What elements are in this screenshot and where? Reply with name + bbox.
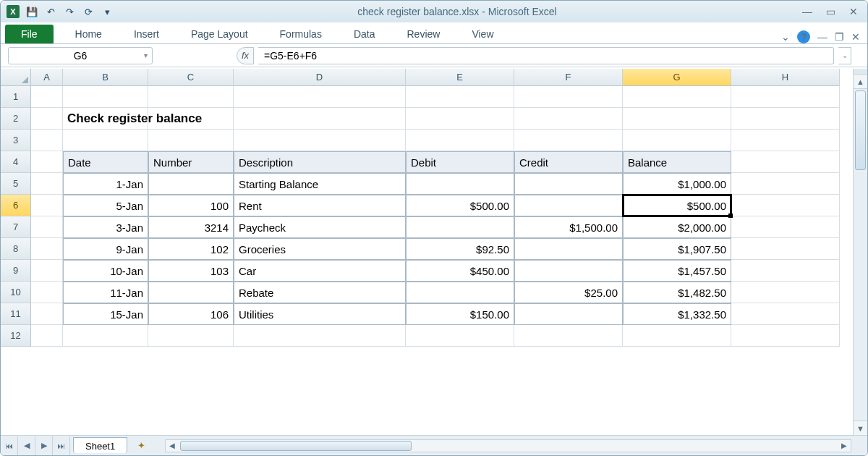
qat-customize-icon[interactable]: ▾ (99, 4, 115, 20)
cell-credit[interactable] (514, 195, 623, 216)
col-header-c[interactable]: C (148, 69, 234, 86)
cell-date[interactable]: 1-Jan (63, 173, 148, 195)
cell[interactable] (31, 216, 63, 238)
sheet-title[interactable]: Check register balance (63, 108, 148, 130)
row-header[interactable]: 10 (1, 282, 31, 303)
row-header[interactable]: 12 (1, 325, 31, 347)
scroll-left-icon[interactable]: ◀ (166, 440, 179, 452)
horizontal-scrollbar[interactable]: ◀ ▶ (165, 439, 851, 452)
row-header[interactable]: 8 (1, 238, 31, 260)
cell-number[interactable]: 102 (148, 238, 234, 260)
cell-description[interactable]: Car (234, 260, 406, 282)
cell[interactable] (514, 86, 623, 108)
cell-number[interactable] (148, 173, 234, 195)
select-all-corner[interactable] (1, 69, 31, 86)
tab-page-layout[interactable]: Page Layout (175, 25, 264, 43)
cell-description[interactable]: Rebate (234, 282, 406, 303)
table-header-debit[interactable]: Debit (406, 151, 514, 173)
cell[interactable] (31, 238, 63, 260)
cell[interactable] (406, 325, 514, 347)
cell-number[interactable] (148, 282, 234, 303)
cell-credit[interactable] (514, 173, 623, 195)
cell[interactable] (731, 151, 840, 173)
tab-view[interactable]: View (456, 25, 509, 43)
cell[interactable] (31, 303, 63, 325)
cell-date[interactable]: 10-Jan (63, 260, 148, 282)
cell[interactable] (31, 195, 63, 216)
cell[interactable] (731, 282, 840, 303)
table-header-number[interactable]: Number (148, 151, 234, 173)
refresh-icon[interactable]: ⟳ (80, 4, 96, 20)
cell-credit[interactable]: $25.00 (514, 282, 623, 303)
workbook-close-icon[interactable]: ✕ (851, 31, 860, 43)
scroll-track[interactable] (854, 89, 867, 421)
cell[interactable] (731, 130, 840, 151)
workbook-minimize-icon[interactable]: — (817, 31, 827, 43)
undo-icon[interactable]: ↶ (43, 4, 59, 20)
cell[interactable] (731, 86, 840, 108)
cell[interactable] (148, 86, 234, 108)
formula-bar[interactable]: =G5-E6+F6 (258, 47, 834, 64)
col-header-d[interactable]: D (234, 69, 406, 86)
tab-data[interactable]: Data (338, 25, 391, 43)
cell[interactable] (31, 282, 63, 303)
cell-date[interactable]: 3-Jan (63, 216, 148, 238)
tab-insert[interactable]: Insert (118, 25, 175, 43)
cell[interactable] (148, 130, 234, 151)
cell[interactable] (514, 130, 623, 151)
tab-formulas[interactable]: Formulas (264, 25, 338, 43)
cell[interactable] (514, 325, 623, 347)
cell[interactable] (234, 108, 406, 130)
cell[interactable] (234, 130, 406, 151)
cell-balance[interactable]: $2,000.00 (623, 216, 731, 238)
cell-date[interactable]: 11-Jan (63, 282, 148, 303)
cell[interactable] (234, 325, 406, 347)
cell-description[interactable]: Rent (234, 195, 406, 216)
row-header[interactable]: 1 (1, 86, 31, 108)
prev-sheet-icon[interactable]: ◀ (18, 436, 35, 455)
ribbon-minimize-icon[interactable]: ⌄ (781, 31, 790, 43)
tab-home[interactable]: Home (59, 25, 118, 43)
cell[interactable] (31, 173, 63, 195)
cell[interactable] (731, 173, 840, 195)
cell-date[interactable]: 9-Jan (63, 238, 148, 260)
row-header[interactable]: 3 (1, 130, 31, 151)
workbook-restore-icon[interactable]: ❐ (835, 31, 844, 43)
col-header-b[interactable]: B (63, 69, 148, 86)
minimize-icon[interactable]: — (799, 5, 815, 18)
cell-debit[interactable]: $450.00 (406, 260, 514, 282)
cell[interactable] (31, 151, 63, 173)
spreadsheet-grid[interactable]: A B C D E F G H 1 2 Check register balan… (1, 69, 853, 435)
row-header[interactable]: 11 (1, 303, 31, 325)
cell-balance[interactable]: $1,457.50 (623, 260, 731, 282)
cell-number[interactable]: 106 (148, 303, 234, 325)
row-header[interactable]: 6 (1, 195, 31, 216)
cell[interactable] (148, 325, 234, 347)
cell-debit[interactable] (406, 216, 514, 238)
name-box[interactable]: G6 (8, 47, 153, 64)
row-header[interactable]: 5 (1, 173, 31, 195)
cell[interactable] (31, 325, 63, 347)
split-handle[interactable] (854, 69, 867, 75)
cell-balance[interactable]: $1,907.50 (623, 238, 731, 260)
cell-debit[interactable] (406, 282, 514, 303)
vertical-scrollbar[interactable]: ▲ ▼ (853, 69, 867, 435)
tab-review[interactable]: Review (391, 25, 456, 43)
formula-bar-expand-icon[interactable]: ⌄ (838, 47, 851, 64)
cell[interactable] (148, 108, 234, 130)
cell-number[interactable]: 103 (148, 260, 234, 282)
cell[interactable] (731, 303, 840, 325)
cell[interactable] (63, 130, 148, 151)
active-cell[interactable]: $500.00 (623, 195, 731, 216)
cell-description[interactable]: Paycheck (234, 216, 406, 238)
cell-debit[interactable]: $92.50 (406, 238, 514, 260)
cell[interactable] (731, 108, 840, 130)
cell[interactable] (31, 130, 63, 151)
hscroll-thumb[interactable] (180, 441, 412, 451)
cell-description[interactable]: Utilities (234, 303, 406, 325)
cell-balance[interactable]: $1,000.00 (623, 173, 731, 195)
help-icon[interactable]: ? (797, 30, 810, 43)
cell[interactable] (31, 108, 63, 130)
row-header[interactable]: 2 (1, 108, 31, 130)
save-icon[interactable]: 💾 (24, 4, 40, 20)
